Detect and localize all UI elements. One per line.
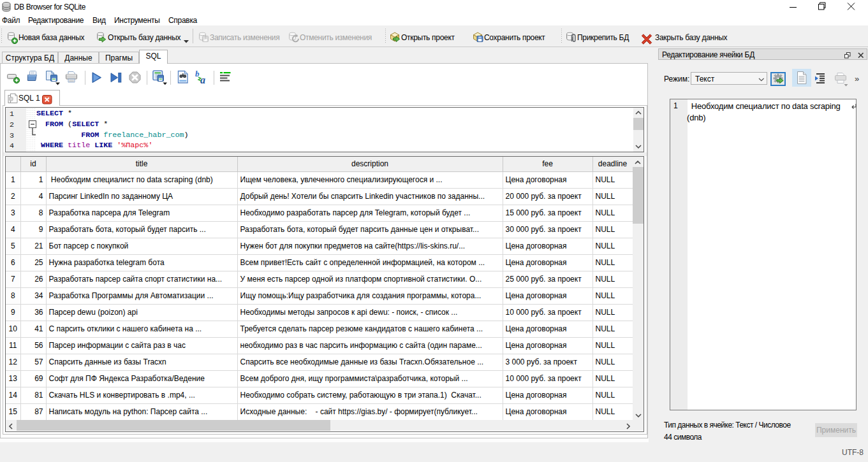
svg-text:a: a xyxy=(200,75,205,85)
